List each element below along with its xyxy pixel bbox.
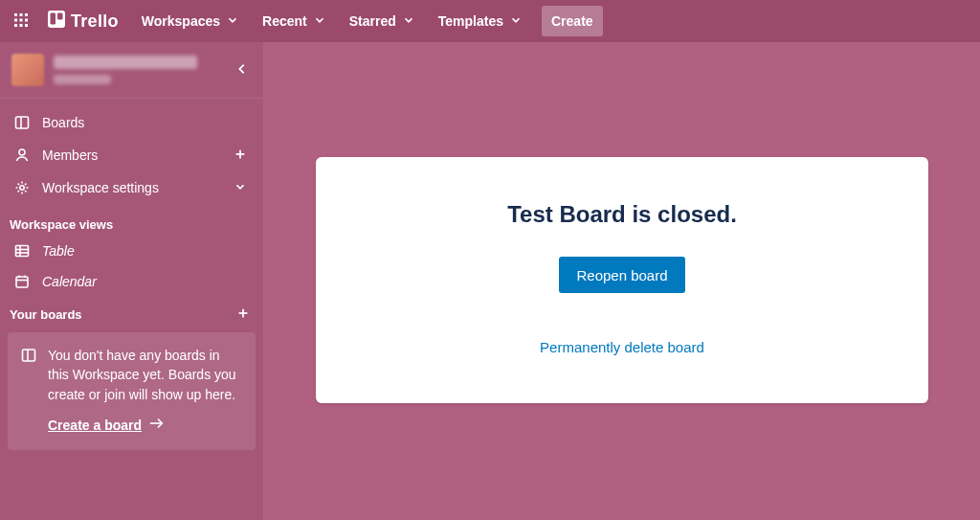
- topbar: Trello Workspaces Recent Starred Templat…: [0, 0, 980, 42]
- chevron-left-icon: [235, 62, 249, 79]
- svg-rect-28: [23, 350, 35, 361]
- sidebar-item-label: Boards: [42, 115, 250, 130]
- arrow-right-icon: [149, 416, 165, 435]
- svg-rect-10: [51, 12, 56, 24]
- empty-boards-text: You don't have any boards in this Worksp…: [48, 346, 242, 404]
- person-icon: [13, 147, 31, 163]
- plus-icon: [234, 147, 247, 164]
- chevron-down-icon: [313, 13, 326, 30]
- chevron-down-icon: [509, 13, 523, 30]
- svg-rect-12: [16, 117, 29, 128]
- svg-rect-4: [20, 18, 23, 21]
- svg-rect-6: [14, 24, 17, 27]
- workspace-subtitle-redacted: [54, 75, 111, 84]
- sidebar-main-list: Boards Members Workspace settings: [0, 99, 263, 208]
- svg-rect-22: [16, 277, 28, 287]
- plus-icon: [236, 308, 250, 323]
- calendar-icon: [13, 274, 31, 289]
- sidebar-item-boards[interactable]: Boards: [0, 106, 263, 139]
- chevron-down-icon: [234, 180, 247, 196]
- chevron-down-icon: [226, 13, 239, 30]
- workspace-name-redacted: [54, 56, 197, 69]
- sidebar-item-settings[interactable]: Workspace settings: [0, 171, 263, 204]
- create-label: Create: [551, 13, 593, 29]
- view-label: Table: [42, 243, 75, 259]
- add-board-button[interactable]: [236, 306, 250, 323]
- svg-rect-3: [14, 18, 17, 21]
- svg-rect-7: [20, 24, 23, 27]
- create-board-label: Create a board: [48, 416, 142, 435]
- nav-templates[interactable]: Templates: [429, 6, 532, 36]
- delete-label: Permanently delete board: [540, 339, 704, 355]
- view-label: Calendar: [42, 274, 97, 289]
- nav-starred[interactable]: Starred: [340, 6, 425, 36]
- layout: Boards Members Workspace settings: [0, 42, 980, 520]
- brand-label: Trello: [71, 11, 119, 32]
- nav-workspaces[interactable]: Workspaces: [132, 6, 249, 36]
- board-icon: [13, 115, 31, 130]
- svg-rect-8: [25, 24, 28, 27]
- heading-label: Your boards: [10, 307, 82, 322]
- trello-logo-button[interactable]: Trello: [38, 6, 128, 36]
- expand-settings-button[interactable]: [231, 180, 250, 196]
- sidebar-view-calendar[interactable]: Calendar: [0, 266, 263, 297]
- sidebar-item-label: Workspace settings: [42, 180, 219, 195]
- apps-grid-icon: [13, 12, 29, 31]
- sidebar-item-members[interactable]: Members: [0, 139, 263, 171]
- sidebar-view-table[interactable]: Table: [0, 236, 263, 266]
- workspace-avatar: [11, 54, 44, 86]
- apps-switcher-button[interactable]: [8, 6, 34, 36]
- sidebar-item-label: Members: [42, 147, 219, 163]
- create-button[interactable]: Create: [542, 6, 603, 36]
- nav-label: Workspaces: [142, 13, 220, 29]
- add-member-button[interactable]: [231, 147, 250, 164]
- nav-label: Recent: [262, 13, 307, 29]
- workspace-name-block: [54, 56, 221, 84]
- svg-rect-11: [57, 12, 63, 19]
- permanently-delete-link[interactable]: Permanently delete board: [335, 339, 909, 355]
- nav-recent[interactable]: Recent: [253, 6, 336, 36]
- svg-point-17: [20, 186, 24, 190]
- svg-rect-5: [25, 18, 28, 21]
- closed-board-card: Test Board is closed. Reopen board Perma…: [316, 157, 928, 403]
- closed-board-title: Test Board is closed.: [335, 201, 909, 228]
- create-board-link[interactable]: Create a board: [48, 416, 165, 435]
- svg-rect-2: [25, 13, 28, 16]
- sidebar-heading-views: Workspace views: [0, 208, 263, 236]
- board-icon: [21, 348, 38, 404]
- svg-rect-1: [20, 13, 23, 16]
- empty-boards-note: You don't have any boards in this Worksp…: [8, 332, 256, 450]
- main-area: Test Board is closed. Reopen board Perma…: [264, 42, 980, 520]
- svg-rect-0: [14, 13, 17, 16]
- chevron-down-icon: [402, 13, 415, 30]
- table-icon: [13, 243, 31, 259]
- svg-rect-18: [16, 246, 29, 257]
- sidebar: Boards Members Workspace settings: [0, 42, 264, 520]
- sidebar-heading-boards: Your boards: [0, 297, 263, 327]
- nav-label: Starred: [349, 13, 396, 29]
- nav-label: Templates: [438, 13, 503, 29]
- gear-icon: [13, 180, 31, 195]
- reopen-board-button[interactable]: Reopen board: [559, 257, 684, 293]
- workspace-header[interactable]: [0, 42, 263, 99]
- svg-point-14: [19, 149, 25, 155]
- sidebar-collapse-button[interactable]: [231, 58, 254, 81]
- trello-logo-icon: [48, 11, 67, 33]
- heading-label: Workspace views: [10, 217, 113, 232]
- reopen-label: Reopen board: [576, 267, 667, 283]
